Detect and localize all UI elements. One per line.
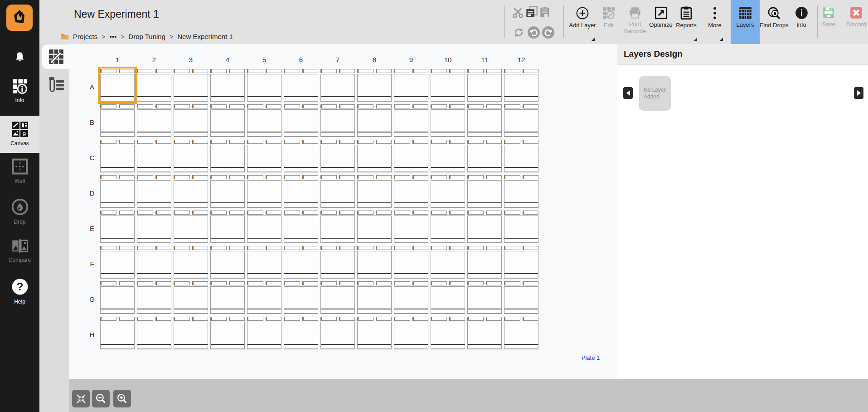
reservoir[interactable] <box>137 109 171 137</box>
drop-region-2[interactable] <box>412 281 429 285</box>
reservoir[interactable] <box>284 216 318 243</box>
layers-button[interactable]: Layers <box>731 0 760 44</box>
reservoir[interactable] <box>174 74 208 102</box>
drop-region-1[interactable] <box>467 175 484 179</box>
well-D7[interactable] <box>320 175 355 208</box>
well-D8[interactable] <box>357 175 392 208</box>
well-F3[interactable] <box>174 246 208 279</box>
reservoir[interactable] <box>320 180 355 208</box>
well-C7[interactable] <box>320 140 355 172</box>
drop-region-1[interactable] <box>320 211 337 215</box>
well-H7[interactable] <box>320 317 355 349</box>
well-G11[interactable] <box>467 281 502 314</box>
drop-region-1[interactable] <box>284 246 300 250</box>
drop-region-2[interactable] <box>155 317 172 321</box>
reservoir[interactable] <box>467 322 502 349</box>
reservoir[interactable] <box>174 322 208 349</box>
paste-button[interactable] <box>539 6 551 20</box>
reservoir[interactable] <box>394 322 428 349</box>
refresh-button[interactable] <box>513 26 525 40</box>
reservoir[interactable] <box>320 251 355 279</box>
drop-region-1[interactable] <box>137 69 153 73</box>
well-E10[interactable] <box>431 211 465 243</box>
drop-region-1[interactable] <box>100 317 116 321</box>
reservoir[interactable] <box>100 180 135 208</box>
drop-region-2[interactable] <box>449 281 466 285</box>
drop-region-2[interactable] <box>449 140 466 144</box>
reservoir[interactable] <box>100 109 135 137</box>
reservoir[interactable] <box>100 322 135 349</box>
well-H9[interactable] <box>394 317 428 349</box>
drop-region-1[interactable] <box>137 211 153 215</box>
well-B6[interactable] <box>284 104 318 137</box>
drop-region-1[interactable] <box>247 175 263 179</box>
reservoir[interactable] <box>467 251 502 279</box>
well-C11[interactable] <box>467 140 502 172</box>
drop-region-1[interactable] <box>394 140 410 144</box>
reservoir[interactable] <box>210 109 245 137</box>
reservoir[interactable] <box>100 216 135 243</box>
reservoir[interactable] <box>357 286 392 314</box>
well-C2[interactable] <box>137 140 171 172</box>
drop-region-2[interactable] <box>155 211 172 215</box>
plate-design-tool[interactable] <box>42 44 70 69</box>
undo-button[interactable] <box>527 26 540 41</box>
drop-region-1[interactable] <box>320 281 337 285</box>
reservoir[interactable] <box>431 322 465 349</box>
reservoir[interactable] <box>394 286 428 314</box>
drop-region-1[interactable] <box>431 140 447 144</box>
drop-region-2[interactable] <box>523 175 539 179</box>
drop-region-2[interactable] <box>266 317 282 321</box>
reservoir[interactable] <box>284 74 318 102</box>
reservoir[interactable] <box>210 286 245 314</box>
reservoir[interactable] <box>174 109 208 137</box>
well-H8[interactable] <box>357 317 392 349</box>
drop-region-2[interactable] <box>192 175 209 179</box>
drop-region-1[interactable] <box>210 246 227 250</box>
drop-region-2[interactable] <box>412 317 429 321</box>
app-logo[interactable] <box>6 5 33 31</box>
drop-region-1[interactable] <box>394 281 410 285</box>
drop-region-2[interactable] <box>523 69 539 73</box>
drop-region-1[interactable] <box>320 317 337 321</box>
well-A5[interactable] <box>247 69 281 102</box>
drop-region-2[interactable] <box>376 317 392 321</box>
drop-region-1[interactable] <box>431 104 447 108</box>
drop-region-2[interactable] <box>119 140 135 144</box>
drop-region-1[interactable] <box>174 69 190 73</box>
drop-region-1[interactable] <box>100 175 116 179</box>
well-E3[interactable] <box>174 211 208 243</box>
reservoir[interactable] <box>210 74 245 102</box>
well-D9[interactable] <box>394 175 428 208</box>
drop-region-2[interactable] <box>192 69 209 73</box>
sidebar-item-info[interactable]: Info <box>0 78 39 103</box>
well-A12[interactable] <box>504 69 538 102</box>
drop-region-1[interactable] <box>467 246 484 250</box>
well-F8[interactable] <box>357 246 392 279</box>
drop-region-1[interactable] <box>174 104 190 108</box>
well-D5[interactable] <box>247 175 281 208</box>
drop-region-2[interactable] <box>523 104 539 108</box>
well-A8[interactable] <box>357 69 392 102</box>
drop-region-1[interactable] <box>247 69 263 73</box>
well-G12[interactable] <box>504 281 538 314</box>
well-D3[interactable] <box>174 175 208 208</box>
drop-region-1[interactable] <box>504 140 520 144</box>
drop-region-1[interactable] <box>100 140 116 144</box>
well-E8[interactable] <box>357 211 392 243</box>
well-E1[interactable] <box>100 211 135 243</box>
well-B9[interactable] <box>394 104 428 137</box>
well-B11[interactable] <box>467 104 502 137</box>
drop-region-2[interactable] <box>266 246 282 250</box>
drop-region-1[interactable] <box>467 104 484 108</box>
reservoir[interactable] <box>431 74 465 102</box>
reservoir[interactable] <box>357 322 392 349</box>
drop-region-1[interactable] <box>284 175 300 179</box>
reservoir[interactable] <box>210 322 245 349</box>
reservoir[interactable] <box>247 180 281 208</box>
well-G7[interactable] <box>320 281 355 314</box>
drop-region-2[interactable] <box>229 175 245 179</box>
cut-button[interactable] <box>512 6 524 20</box>
drop-region-1[interactable] <box>431 211 447 215</box>
reservoir[interactable] <box>137 74 171 102</box>
